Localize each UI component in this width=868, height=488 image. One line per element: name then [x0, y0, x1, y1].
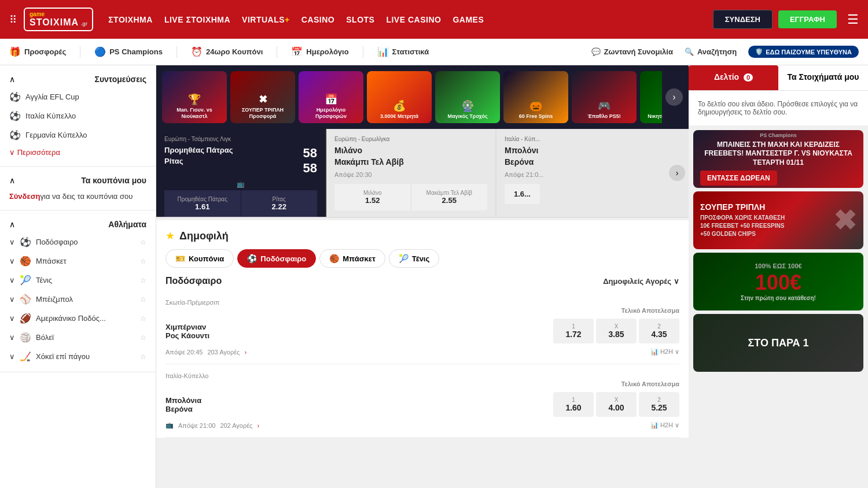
nav-stoixima[interactable]: ΣΤΟΙΧΗΜΑ: [105, 13, 156, 27]
odd-label-2: 2: [647, 323, 671, 330]
promo-card-ps5[interactable]: 🎮 Έπαθλο PS5!: [572, 71, 637, 123]
sports-header[interactable]: ∧ Αθλήματα: [0, 216, 156, 232]
sidebar-item-american-football[interactable]: ∨ 🏈 Αμερικάνικο Ποδός... ☆: [0, 309, 156, 328]
nav-casino[interactable]: CASINO: [298, 13, 338, 27]
logo[interactable]: game STOIXIMA .gr: [24, 8, 93, 31]
markets-chevron-scotland[interactable]: ›: [244, 349, 247, 356]
bet-odd-1-scotland[interactable]: 1 1.72: [553, 319, 594, 343]
sidebar-item-tennis[interactable]: ∨ 🎾 Τένις ☆: [0, 271, 156, 290]
nav-live-casino[interactable]: LIVE CASINO: [382, 13, 444, 27]
nav-actions: ΣΥΝΔΕΣΗ ΕΓΓΡΑΦΗ ☰: [713, 10, 859, 29]
search-button[interactable]: 🔍 Αναζήτηση: [685, 47, 737, 56]
bet-odds-scotland: 1 1.72 Χ 3.85 2 4.35: [553, 319, 679, 343]
hamburger-icon[interactable]: ☰: [847, 12, 859, 27]
live-match-2-odd-1[interactable]: Μιλάνο 1.52: [334, 184, 411, 210]
tab-tennis-label: Τένις: [412, 254, 429, 263]
more-markets-scotland[interactable]: 203 Αγορές: [207, 349, 240, 356]
markets-chevron-italy[interactable]: ›: [257, 422, 259, 429]
sidebar-item-italy-cup[interactable]: ⚽ Ιταλία Κύπελλο: [0, 106, 156, 125]
promo-card-super-tripla[interactable]: ✖ ΣΟΥΠΕΡ ΤΡΙΠΛΗ Προσφορά: [230, 71, 295, 123]
volleyball-sport-icon: 🏐: [20, 332, 31, 343]
promo-card-week-winner[interactable]: 🏅 Νικητής Εβδομάδας: [640, 71, 662, 123]
football-icon-2: ⚽: [9, 110, 21, 121]
nav-games[interactable]: GAMES: [449, 13, 487, 27]
popular-markets-dropdown[interactable]: Δημοφιλείς Αγορές ∨: [603, 277, 679, 286]
coupons-login-link[interactable]: Σύνδεση: [9, 192, 41, 201]
sidebar-item-england-efl[interactable]: ⚽ Αγγλία EFL Cup: [0, 87, 156, 106]
right-promo-super-tripla[interactable]: ΣΟΥΠΕΡ ΤΡΙΠΛΗ ΠΡΟΣΦΟΡΑ ΧΩΡΙΣ ΚΑΤΑΘΕΣΗ10€…: [693, 191, 863, 249]
sidebar-item-basketball[interactable]: ∨ 🏀 Μπάσκετ ☆: [0, 252, 156, 271]
right-promo-para1[interactable]: ΣΤΟ ΠΑΡΑ 1: [693, 314, 863, 372]
offers-calendar-card-label: Ημερολόγιο Προσφορών: [302, 107, 360, 120]
nav-calendar[interactable]: 📅 Ημερολόγιο: [291, 46, 348, 57]
carousel-next-button[interactable]: ›: [665, 88, 683, 106]
right-promo-ps-champs[interactable]: PS Champions ΜΠΑΙΝΕΙΣ ΣΤΗ ΜΑΧΗ ΚΑΙ ΚΕΡΔΙ…: [693, 130, 863, 188]
live-next-arrow[interactable]: ›: [669, 165, 685, 181]
shortcuts-more[interactable]: ∨ Περισσότερα: [0, 145, 156, 160]
promo-card-ps-champions[interactable]: 🏆 Man. Γιουν. vs Νιούκαστλ: [162, 71, 227, 123]
bet-odd-1-italy[interactable]: 1 1.60: [553, 392, 594, 417]
bet-odd-2-scotland[interactable]: 2 4.35: [639, 319, 679, 343]
sidebar-item-volleyball[interactable]: ∨ 🏐 Βόλεϊ ☆: [0, 328, 156, 347]
login-button[interactable]: ΣΥΝΔΕΣΗ: [713, 10, 773, 29]
popular-title: Δημοφιλή: [179, 230, 229, 242]
promo-carousel: 🏆 Man. Γιουν. vs Νιούκαστλ ✖ ΣΟΥΠΕΡ ΤΡΙΠ…: [156, 65, 689, 129]
nav-ps-champions[interactable]: 🔵 PS Champions: [94, 46, 163, 57]
promo-card-offers-calendar[interactable]: 📅 Ημερολόγιο Προσφορών: [299, 71, 363, 123]
live-match-2-odd-2[interactable]: Μακάμπι Τελ Αβίβ 2.55: [411, 184, 488, 210]
more-markets-italy[interactable]: 202 Αγορές: [220, 422, 252, 429]
responsible-gaming-badge[interactable]: 🛡️ ΕΔΩ ΠΑΙΖΟΥΜΕ ΥΠΕΥΘΥΝΑ: [748, 46, 859, 58]
fav-icon-baseball: ☆: [140, 295, 146, 304]
nav-24h-coupon[interactable]: ⏰ 24ωρο Κουπόνι: [191, 46, 263, 57]
sports-section: ∧ Αθλήματα ∨ ⚽ Ποδόσφαιρο ☆ ∨ 🏀 Μπάσκετ …: [0, 210, 156, 372]
nav-statistics[interactable]: 📊 Στατιστικά: [377, 46, 429, 57]
main-layout: ∧ Συντομεύσεις ⚽ Αγγλία EFL Cup ⚽ Ιταλία…: [0, 65, 868, 488]
my-coupons-header[interactable]: ∧ Τα κουπόνια μου: [0, 172, 156, 188]
my-bets-label: Τα Στοιχήματά μου: [788, 72, 859, 82]
nav-slots[interactable]: SLOTS: [343, 13, 378, 27]
h2h-label-italy[interactable]: H2H: [660, 422, 673, 428]
register-button[interactable]: ΕΓΓΡΑΦΗ: [778, 10, 837, 28]
sports-toggle-icon: ∧: [9, 220, 15, 229]
tab-football[interactable]: ⚽ Ποδόσφαιρο: [237, 249, 316, 268]
bet-odd-x-italy[interactable]: Χ 4.00: [596, 392, 637, 417]
promo-card-3000e[interactable]: 💰 3.000€ Μετρητά: [367, 71, 432, 123]
my-bets-tab[interactable]: Τα Στοιχήματά μου: [778, 65, 868, 90]
popular-header: ★ Δημοφιλή: [165, 230, 679, 242]
sports-title: Αθλήματα: [108, 220, 146, 229]
nav-live-stoixima[interactable]: LIVE ΣΤΟΙΧΗΜΑ: [161, 13, 234, 27]
live-match-1-odd-1[interactable]: Προμηθέας Πάτρας 1.61: [164, 190, 241, 217]
h2h-chevron-italy: ∨: [675, 422, 679, 428]
promo-card-magic-wheel[interactable]: 🎡 Μαγικός Τροχός: [435, 71, 500, 123]
live-chat-button[interactable]: 💬 Ζωντανή Συνομιλία: [591, 47, 673, 56]
offers-icon: 🎁: [9, 46, 21, 57]
american-football-label: Αμερικάνικο Ποδός...: [36, 314, 106, 323]
tab-tennis[interactable]: 🎾 Τένις: [389, 249, 439, 268]
live-match-3-time: Απόψε 21:0...: [505, 171, 657, 178]
shortcuts-header[interactable]: ∧ Συντομεύσεις: [0, 71, 156, 87]
promo-card-free-spins[interactable]: 🎃 60 Free Spins: [503, 71, 568, 123]
live-match-3-team2: Βερόνα: [505, 157, 657, 167]
sidebar-item-hockey[interactable]: ∨ 🏒 Χόκεϊ επί πάγου ☆: [0, 347, 156, 366]
tab-coupons[interactable]: 🎫 Κουπόνια: [165, 249, 234, 268]
sidebar-item-football[interactable]: ∨ ⚽ Ποδόσφαιρο ☆: [0, 232, 156, 252]
nav-offers[interactable]: 🎁 Προσφορές: [9, 46, 66, 57]
super-tripla-right-text: ΠΡΟΣΦΟΡΑ ΧΩΡΙΣ ΚΑΤΑΘΕΣΗ10€ FREEBET +50 F…: [700, 214, 833, 238]
betslip-tab[interactable]: Δελτίο 0: [689, 65, 778, 90]
nav-virtuals[interactable]: VIRTUALS+: [238, 13, 293, 27]
promo-cards-container: 🏆 Man. Γιουν. vs Νιούκαστλ ✖ ΣΟΥΠΕΡ ΤΡΙΠ…: [162, 71, 662, 123]
tab-basketball[interactable]: 🏀 Μπάσκετ: [319, 249, 385, 268]
tab-football-label: Ποδόσφαιρο: [260, 254, 306, 263]
ps-champions-label: PS Champions: [109, 47, 163, 56]
live-match-3-odd-1[interactable]: 1.6...: [505, 184, 540, 204]
bet-odd-x-scotland[interactable]: Χ 3.85: [596, 319, 637, 343]
live-match-1-odd-2[interactable]: Ρίτας 2.22: [241, 190, 318, 217]
h2h-label-scotland[interactable]: H2H: [660, 348, 673, 355]
ps-champs-enter-button[interactable]: ΕΝΤΑΣΣΕ ΔΩΡΕΑΝ: [700, 171, 777, 186]
grid-icon[interactable]: ⠿: [9, 13, 17, 26]
bet-odd-2-italy[interactable]: 2 5.25: [639, 392, 679, 417]
sidebar-item-baseball[interactable]: ∨ ⚾ Μπέιζμπολ ☆: [0, 290, 156, 309]
ps5-card-label: Έπαθλο PS5!: [587, 113, 621, 120]
sidebar-item-germany-cup[interactable]: ⚽ Γερμανία Κύπελλο: [0, 125, 156, 145]
right-promo-100percent[interactable]: 100% ΕΩΣ 100€ 100€ Στην πρώτη σου κατάθε…: [693, 253, 863, 310]
